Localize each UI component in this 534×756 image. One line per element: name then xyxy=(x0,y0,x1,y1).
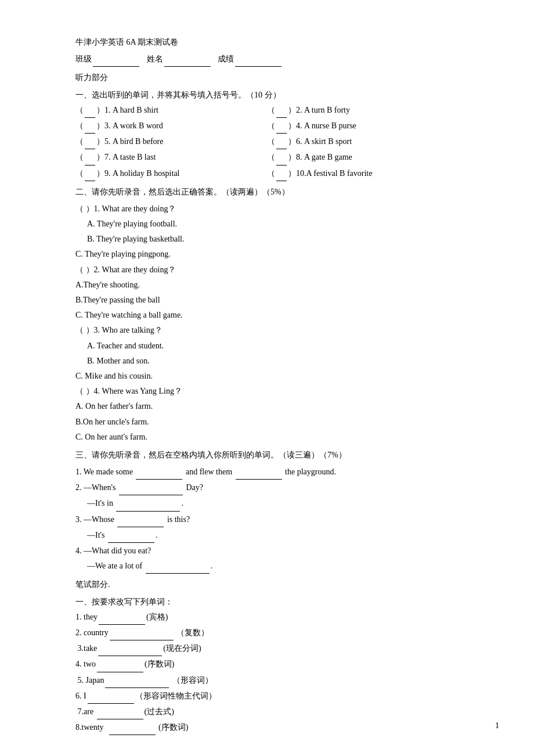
part3-title: 三、请你先听录音，然后在空格内填入你所听到的单词。（读三遍）（7%） xyxy=(75,448,459,462)
part2-q2-a: A.They're shooting. xyxy=(75,278,459,292)
info-line: 班级 姓名 成绩 xyxy=(75,52,459,67)
part1-row3: （ ）5. A bird B before （ ）6. A skirt B sp… xyxy=(75,134,459,149)
written-section: 笔试部分. xyxy=(75,577,459,592)
part2-q1: （ ）1. What are they doing？ xyxy=(75,201,459,216)
part1-row4: （ ）7. A taste B last （ ）8. A gate B game xyxy=(75,150,459,165)
part2-q3-a: A. Teacher and student. xyxy=(87,339,459,353)
part3-s2b: —It's in . xyxy=(87,496,459,511)
written-item7: 7.are (过去式) xyxy=(75,704,459,719)
part2-q4-c: C. On her aunt's farm. xyxy=(75,430,459,444)
part2-q2-c: C. They're watching a ball game. xyxy=(75,308,459,322)
class-label: 班级 xyxy=(75,55,92,63)
part1-row1: （ ）1. A hard B shirt （ ）2. A turn B fort… xyxy=(75,103,459,118)
written-item2: 2. country （复数） xyxy=(75,625,459,640)
part3-s1: 1. We made some and flew them the playgr… xyxy=(75,465,459,480)
part2-title: 二、请你先听录音，然后选出正确答案。（读两遍）（5%） xyxy=(75,185,459,199)
part2-q1-c: C. They're playing pingpong. xyxy=(75,247,459,261)
part3-s4b: —We ate a lot of . xyxy=(87,559,459,574)
page-number: 1 xyxy=(495,718,499,733)
written-item3: 3.take (现在分词) xyxy=(75,641,459,656)
listening-section: 听力部分 xyxy=(75,70,459,85)
part2-q4-a: A. On her father's farm. xyxy=(75,399,459,413)
score-label: 成绩 xyxy=(218,55,234,63)
written-item5: 5. Japan （形容词） xyxy=(75,673,459,688)
exam-title: 牛津小学英语 6A 期末测试卷 xyxy=(75,35,459,49)
written-item6: 6. I （形容词性物主代词） xyxy=(75,689,459,704)
written-part1-title: 一、按要求改写下列单词： xyxy=(75,595,459,609)
part3-s4a: 4. —What did you eat? xyxy=(75,543,459,558)
part2-q3-c: C. Mike and his cousin. xyxy=(75,369,459,383)
part2-q2: （ ）2. What are they doing？ xyxy=(75,262,459,277)
part2-q3: （ ）3. Who are talking？ xyxy=(75,323,459,337)
name-label: 姓名 xyxy=(147,55,163,63)
written-item4: 4. two (序数词) xyxy=(75,657,459,672)
written-item1: 1. they (宾格) xyxy=(75,610,459,625)
part2-q4-b: B.On her uncle's farm. xyxy=(75,415,459,429)
part2-q3-b: B. Mother and son. xyxy=(87,354,459,368)
part3-s3a: 3. —Whose is this? xyxy=(75,512,459,527)
part1-row2: （ ）3. A work B word （ ）4. A nurse B purs… xyxy=(75,118,459,134)
part2-q1-b: B. They're playing basketball. xyxy=(87,232,459,246)
part2-q2-b: B.They're passing the ball xyxy=(75,293,459,307)
part1-title: 一、选出听到的单词，并将其标号填入括号号。（10 分） xyxy=(75,88,459,102)
part2-q1-a: A. They're playing football. xyxy=(87,217,459,231)
part1-row5: （ ）9. A holiday B hospital （ ）10.A festi… xyxy=(75,166,459,181)
written-item8: 8.twenty (序数词) xyxy=(75,720,459,735)
part3-s2a: 2. —When's Day? xyxy=(75,480,459,495)
part2-q4: （ ）4. Where was Yang Ling？ xyxy=(75,384,459,398)
part3-s3b: —It's . xyxy=(87,528,459,543)
